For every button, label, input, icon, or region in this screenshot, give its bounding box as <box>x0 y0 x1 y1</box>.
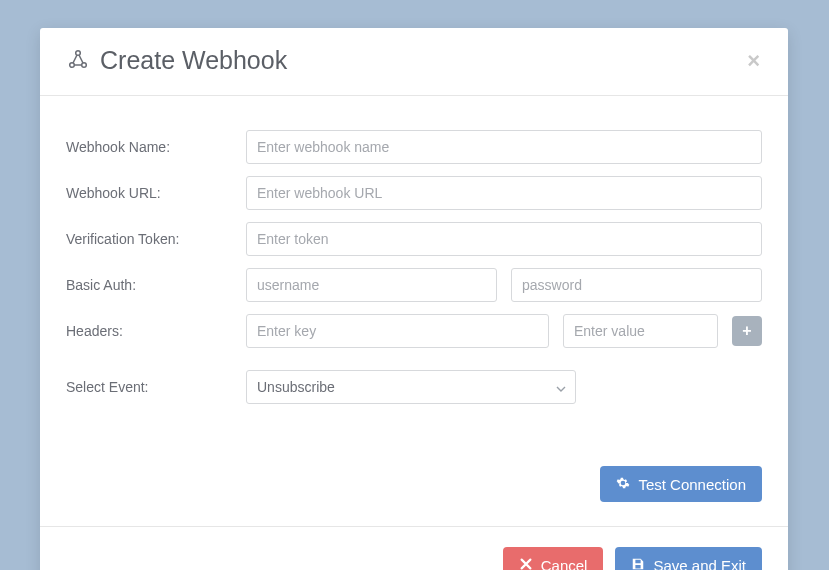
close-icon: × <box>747 48 760 73</box>
modal-body: Webhook Name: Webhook URL: Verification … <box>40 96 788 436</box>
webhook-url-input[interactable] <box>246 176 762 210</box>
label-headers: Headers: <box>66 323 246 339</box>
webhook-name-input[interactable] <box>246 130 762 164</box>
header-value-input[interactable] <box>563 314 718 348</box>
label-select-event: Select Event: <box>66 379 246 395</box>
svg-point-0 <box>70 62 75 67</box>
basic-auth-password-input[interactable] <box>511 268 762 302</box>
save-and-exit-button[interactable]: Save and Exit <box>615 547 762 570</box>
add-header-button[interactable]: + <box>732 316 762 346</box>
save-label: Save and Exit <box>653 557 746 571</box>
row-verification-token: Verification Token: <box>66 222 762 256</box>
row-select-event: Select Event: Unsubscribe <box>66 370 762 404</box>
cancel-button[interactable]: Cancel <box>503 547 604 570</box>
create-webhook-modal: Create Webhook × Webhook Name: Webhook U… <box>40 28 788 570</box>
x-icon <box>519 557 533 571</box>
plus-icon: + <box>742 322 751 340</box>
row-headers: Headers: + <box>66 314 762 348</box>
row-webhook-name: Webhook Name: <box>66 130 762 164</box>
event-select[interactable]: Unsubscribe <box>246 370 576 404</box>
event-select-wrap: Unsubscribe <box>246 370 576 404</box>
row-basic-auth: Basic Auth: <box>66 268 762 302</box>
header-key-input[interactable] <box>246 314 549 348</box>
test-connection-button[interactable]: Test Connection <box>600 466 762 502</box>
save-icon <box>631 557 645 571</box>
close-button[interactable]: × <box>745 50 762 72</box>
svg-point-2 <box>76 50 81 55</box>
webhook-icon <box>66 47 90 75</box>
test-connection-label: Test Connection <box>638 476 746 493</box>
label-webhook-name: Webhook Name: <box>66 139 246 155</box>
label-basic-auth: Basic Auth: <box>66 277 246 293</box>
cancel-label: Cancel <box>541 557 588 571</box>
modal-footer: Cancel Save and Exit <box>40 526 788 570</box>
verification-token-input[interactable] <box>246 222 762 256</box>
row-webhook-url: Webhook URL: <box>66 176 762 210</box>
gear-icon <box>616 476 630 493</box>
test-connection-row: Test Connection <box>40 436 788 526</box>
basic-auth-username-input[interactable] <box>246 268 497 302</box>
modal-title-group: Create Webhook <box>66 46 287 75</box>
modal-header: Create Webhook × <box>40 28 788 96</box>
modal-title: Create Webhook <box>100 46 287 75</box>
label-webhook-url: Webhook URL: <box>66 185 246 201</box>
svg-point-1 <box>82 62 87 67</box>
label-verification-token: Verification Token: <box>66 231 246 247</box>
